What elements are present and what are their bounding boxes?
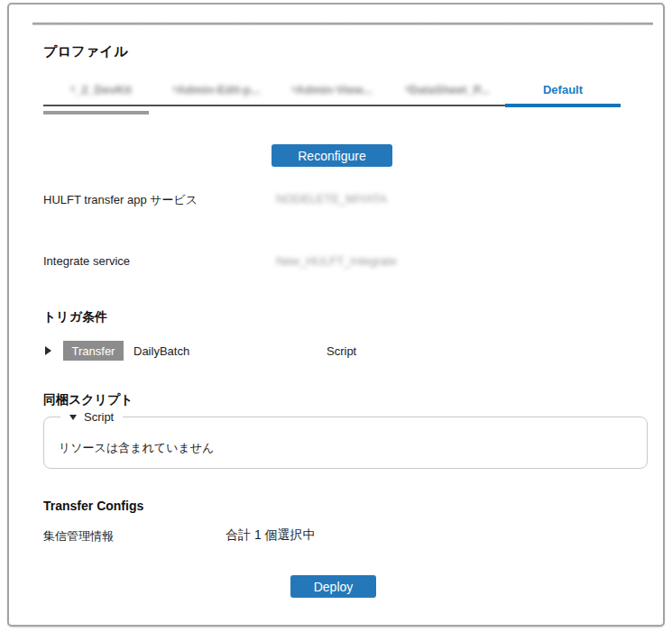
selection-count-value: 合計 1 個選択中 [226, 527, 316, 544]
reconfigure-button[interactable]: Reconfigure [272, 144, 392, 167]
collapse-triangle-icon[interactable] [69, 415, 77, 420]
receive-management-info-label: 集信管理情報 [43, 528, 114, 545]
script-group: Script リソースは含まれていません [43, 410, 648, 469]
hulft-service-label: HULFT transfer app サービス [43, 192, 198, 208]
hulft-service-value: NODELETE_MIYATA [276, 192, 387, 206]
script-group-label: Script [84, 410, 114, 424]
top-divider [32, 23, 653, 25]
transfer-configs-heading: Transfer Configs [43, 499, 143, 513]
trigger-name: DailyBatch [133, 344, 189, 358]
tab-profile-4[interactable]: ˣDataSheet_P... [390, 80, 505, 107]
profile-panel: プロファイル ˣ_2_DevKit ˣAdmin-Edit-p... ˣAdmi… [7, 3, 665, 627]
tab-profile-1[interactable]: ˣ_2_DevKit [43, 80, 159, 107]
trigger-action: Script [327, 344, 356, 358]
trigger-conditions-heading: トリガ条件 [43, 309, 107, 325]
tab-scrollbar-thumb[interactable] [43, 111, 149, 114]
script-empty-message: リソースは含まれていません [59, 440, 632, 456]
page-title: プロファイル [43, 43, 128, 60]
trigger-type-badge: Transfer [63, 341, 124, 361]
tab-profile-2[interactable]: ˣAdmin-Edit-p... [159, 80, 274, 107]
deploy-button[interactable]: Deploy [290, 575, 376, 598]
bundled-script-heading: 同梱スクリプト [43, 392, 133, 408]
script-group-legend: Script [60, 410, 123, 424]
tab-profile-3[interactable]: ˣAdmin-View... [274, 80, 390, 107]
tab-bar-underline [43, 105, 506, 106]
expand-arrow-icon[interactable] [45, 346, 51, 355]
tab-active-indicator [505, 104, 621, 107]
integrate-service-value: New_HULFT_Integrate [276, 254, 397, 268]
integrate-service-label: Integrate service [43, 254, 130, 268]
